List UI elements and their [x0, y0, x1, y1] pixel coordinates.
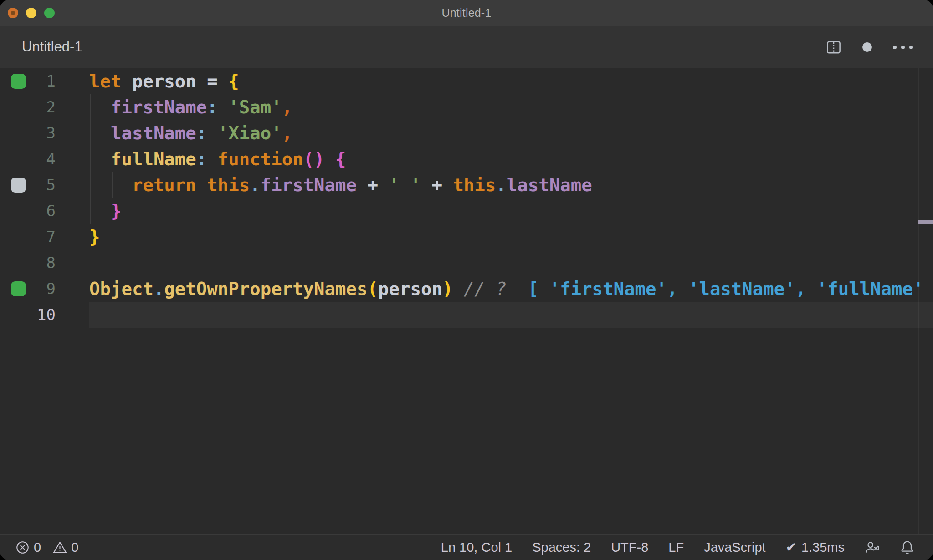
code-line-2[interactable]: 2 firstName: 'Sam',	[0, 94, 933, 120]
token-default: person =	[121, 71, 228, 92]
token-default: +	[421, 175, 453, 195]
code-text: firstName: 'Sam',	[89, 94, 292, 120]
split-editor-icon[interactable]	[826, 40, 841, 55]
token-punct: .	[250, 175, 260, 195]
token-keyword: let	[89, 71, 121, 92]
token-punct: .	[154, 279, 164, 299]
window-title: Untitled-1	[442, 6, 492, 20]
code-line-5[interactable]: 5 return this.firstName + ' ' + this.las…	[0, 172, 933, 198]
line-number[interactable]: 7	[0, 224, 56, 250]
line-number[interactable]: 9	[0, 276, 56, 302]
token-comment: // ?	[464, 279, 507, 299]
zoom-button[interactable]	[44, 8, 55, 18]
status-item-label: JavaScript	[704, 540, 765, 555]
token-punct: :	[196, 123, 207, 143]
problems-summary[interactable]: 0 0	[15, 540, 78, 555]
token-keyword: return	[132, 175, 196, 195]
status-item-utf-8[interactable]: UTF-8	[611, 540, 648, 555]
token-function: fullName	[111, 149, 196, 169]
status-item-lf[interactable]: LF	[668, 540, 684, 555]
status-item-label: Ln 10, Col 1	[441, 540, 512, 555]
status-right: Ln 10, Col 1Spaces: 2UTF-8LFJavaScript✔1…	[441, 540, 915, 555]
line-number[interactable]: 10	[0, 302, 56, 328]
token-comma: ,	[282, 97, 292, 117]
status-bar: 0 0 Ln 10, Col 1Spaces: 2UTF-8LFJavaScri…	[0, 534, 933, 560]
code-line-6[interactable]: 6 }	[0, 198, 933, 224]
code-line-3[interactable]: 3 lastName: 'Xiao',	[0, 120, 933, 146]
tab-untitled-1[interactable]: Untitled-1	[22, 39, 82, 55]
status-item-javascript[interactable]: JavaScript	[704, 540, 765, 555]
traffic-lights	[8, 0, 55, 26]
tab-actions	[826, 26, 913, 68]
token-default	[89, 175, 132, 195]
code-line-9[interactable]: 9Object.getOwnPropertyNames(person) // ?…	[0, 276, 933, 302]
line-number[interactable]: 4	[0, 146, 56, 172]
warnings-count: 0	[71, 540, 78, 555]
code-text: }	[89, 198, 121, 224]
line-number[interactable]: 3	[0, 120, 56, 146]
status-item-ln-10-col-1[interactable]: Ln 10, Col 1	[441, 540, 512, 555]
token-string: ' '	[389, 175, 420, 195]
token-default	[89, 123, 111, 143]
code-line-1[interactable]: 1let person = {	[0, 68, 933, 94]
line-number[interactable]: 6	[0, 198, 56, 224]
line-number[interactable]: 5	[0, 172, 56, 198]
line-number[interactable]: 1	[0, 68, 56, 94]
token-default	[89, 97, 111, 117]
status-item-label: LF	[668, 540, 684, 555]
token-punct: :	[196, 149, 207, 169]
errors-count: 0	[34, 540, 41, 555]
code-editor[interactable]: 1let person = {2 firstName: 'Sam',3 last…	[0, 68, 933, 534]
code-text: Object.getOwnPropertyNames(person) // ? …	[89, 276, 924, 302]
token-punct: .	[496, 175, 506, 195]
token-property: firstName	[111, 97, 207, 117]
token-comma: ,	[282, 123, 292, 143]
current-line-highlight	[89, 302, 933, 328]
token-default: person	[378, 279, 442, 299]
titlebar[interactable]: Untitled-1	[0, 0, 933, 26]
token-default	[453, 279, 463, 299]
status-item-label: 1.35ms	[801, 540, 845, 555]
token-default	[89, 201, 111, 221]
token-punct: :	[207, 97, 217, 117]
error-icon	[15, 540, 30, 555]
line-number[interactable]: 2	[0, 94, 56, 120]
code-line-8[interactable]: 8	[0, 250, 933, 276]
token-default	[325, 149, 335, 169]
warning-icon	[53, 540, 67, 555]
overview-ruler-tick	[918, 220, 933, 224]
token-default	[207, 149, 217, 169]
check-icon: ✔	[786, 540, 797, 555]
token-default	[196, 175, 207, 195]
token-string: 'Sam'	[228, 97, 282, 117]
status-item-label: UTF-8	[611, 540, 648, 555]
line-number[interactable]: 8	[0, 250, 56, 276]
unsaved-changes-dot-icon[interactable]	[862, 42, 872, 52]
tab-bar: Untitled-1	[0, 26, 933, 68]
code-text: return this.firstName + ' ' + this.lastN…	[89, 172, 592, 198]
overview-ruler[interactable]	[918, 68, 919, 534]
more-actions-icon[interactable]	[893, 46, 913, 49]
status-item-spaces-2[interactable]: Spaces: 2	[532, 540, 591, 555]
close-button[interactable]	[8, 8, 18, 18]
code-line-4[interactable]: 4 fullName: function() {	[0, 146, 933, 172]
token-function: getOwnPropertyNames	[164, 279, 367, 299]
status-item-1-35ms[interactable]: ✔1.35ms	[786, 540, 845, 555]
code-line-10[interactable]: 10	[0, 302, 933, 328]
token-keyword: this	[453, 175, 496, 195]
token-keyword: this	[207, 175, 250, 195]
person-check-icon[interactable]	[865, 540, 880, 555]
token-default	[89, 149, 111, 169]
minimize-button[interactable]	[26, 8, 36, 18]
warnings-indicator[interactable]: 0	[53, 540, 78, 555]
status-item-label: Spaces: 2	[532, 540, 591, 555]
bell-icon[interactable]	[900, 540, 915, 555]
token-output: [ 'firstName', 'lastName', 'fullName'	[528, 279, 924, 299]
token-bracket1: }	[89, 227, 100, 247]
code-line-7[interactable]: 7}	[0, 224, 933, 250]
errors-indicator[interactable]: 0	[15, 540, 41, 555]
token-bracket1: (	[368, 279, 378, 299]
editor-window: Untitled-1 Untitled-1 1let person = {2 f…	[0, 0, 933, 560]
code-text: }	[89, 224, 100, 250]
token-keyword: function	[218, 149, 303, 169]
